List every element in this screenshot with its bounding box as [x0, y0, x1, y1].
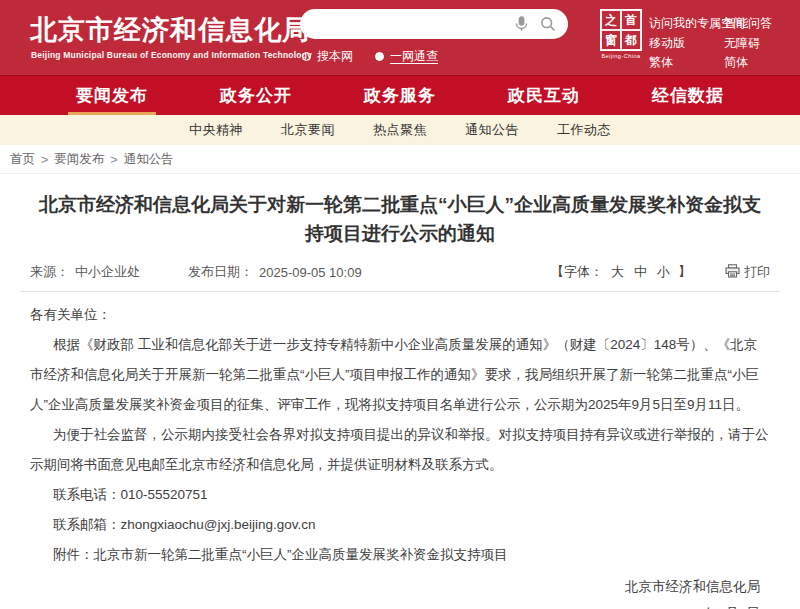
subnav-item-hot-focus[interactable]: 热点聚焦 [373, 121, 427, 139]
subnav-item-work-updates[interactable]: 工作动态 [557, 121, 611, 139]
sub-nav: 中央精神 北京要闻 热点聚焦 通知公告 工作动态 [0, 115, 800, 145]
nav-item-gov-services[interactable]: 政务服务 [358, 76, 442, 115]
main-nav: 要闻发布 政务公开 政务服务 政民互动 经信数据 [0, 75, 800, 115]
salutation: 各有关单位： [30, 300, 770, 330]
font-size-prefix: 【字体： [551, 263, 603, 281]
breadcrumb-separator: > [41, 153, 48, 167]
source-value: 中小企业处 [75, 263, 140, 281]
article: 北京市经济和信息化局关于对新一轮第二批重点“小巨人”企业高质量发展奖补资金拟支持… [0, 190, 800, 609]
signature-block: 北京市经济和信息化局 2025年9月5日 [30, 573, 770, 609]
link-accessibility[interactable]: 无障碍 [724, 34, 772, 54]
font-size-large-button[interactable]: 大 [609, 263, 626, 281]
article-meta-left: 来源： 中小企业处 发布日期： 2025-09-05 10:09 [30, 263, 362, 281]
nav-item-econ-data[interactable]: 经信数据 [646, 76, 730, 115]
radio-unselected-icon [302, 52, 311, 61]
print-button[interactable]: 打印 [725, 263, 770, 281]
contact-email: 联系邮箱：zhongxiaochu@jxj.beijing.gov.cn [30, 510, 770, 540]
search-scope-onenet[interactable]: 一网通查 [375, 48, 438, 65]
logo-caption: Beijing-China [598, 53, 644, 59]
paragraph: 根据《财政部 工业和信息化部关于进一步支持专精特新中小企业高质量发展的通知》（财… [30, 330, 770, 420]
breadcrumb-home[interactable]: 首页 [10, 151, 35, 168]
article-meta: 来源： 中小企业处 发布日期： 2025-09-05 10:09 【字体： 大 … [30, 263, 770, 281]
search-input[interactable] [314, 12, 518, 38]
attachment-link[interactable]: 附件：北京市新一轮第二批重点“小巨人”企业高质量发展奖补资金拟支持项目 [30, 540, 770, 570]
site-header: 北京市经济和信息化局 Beijing Municipal Bureau of E… [0, 0, 800, 75]
radio-selected-icon [375, 52, 384, 61]
paragraph: 为便于社会监督，公示期内接受社会各界对拟支持项目提出的异议和举报。对拟支持项目持… [30, 420, 770, 480]
site-title: 北京市经济和信息化局 [30, 12, 310, 48]
capital-window-logo[interactable]: 之 首 窗 都 Beijing-China [598, 9, 644, 59]
search-submit-icon[interactable] [540, 16, 556, 32]
signature-agency: 北京市经济和信息化局 [30, 573, 760, 600]
article-body: 各有关单位： 根据《财政部 工业和信息化部关于进一步支持专精特新中小企业高质量发… [30, 292, 770, 570]
breadcrumb-notices[interactable]: 通知公告 [124, 151, 174, 168]
link-simplified-chinese[interactable]: 简体 [724, 53, 772, 73]
breadcrumb-separator: > [110, 153, 117, 167]
font-size-suffix: 】 [678, 263, 691, 281]
header-links-column-2: 智能问答 无障碍 简体 [724, 14, 772, 73]
font-size-medium-button[interactable]: 中 [632, 263, 649, 281]
print-label: 打印 [744, 263, 770, 281]
article-title: 北京市经济和信息化局关于对新一轮第二批重点“小巨人”企业高质量发展奖补资金拟支持… [38, 190, 762, 248]
font-size-small-button[interactable]: 小 [655, 263, 672, 281]
search-scope-site[interactable]: 搜本网 [302, 48, 353, 65]
breadcrumb: 首页 > 要闻发布 > 通知公告 [0, 145, 800, 174]
nav-item-gov-disclosure[interactable]: 政务公开 [214, 76, 298, 115]
subnav-item-central-spirit[interactable]: 中央精神 [189, 121, 243, 139]
capital-window-logo-grid: 之 首 窗 都 [600, 9, 642, 51]
publish-date-value: 2025-09-05 10:09 [259, 265, 362, 280]
search-box [300, 9, 568, 39]
source-label: 来源： [30, 263, 69, 281]
contact-phone: 联系电话：010-55520751 [30, 480, 770, 510]
subnav-item-beijing-news[interactable]: 北京要闻 [281, 121, 335, 139]
breadcrumb-news[interactable]: 要闻发布 [54, 151, 104, 168]
printer-icon [725, 264, 740, 281]
article-meta-right: 【字体： 大 中 小 】 打印 [551, 263, 770, 281]
signature-date: 2025年9月5日 [30, 600, 760, 609]
site-subtitle: Beijing Municipal Bureau of Economy and … [31, 50, 312, 60]
link-smart-qa[interactable]: 智能问答 [724, 14, 772, 34]
search-scope-options: 搜本网 一网通查 [302, 48, 438, 65]
nav-item-interaction[interactable]: 政民互动 [502, 76, 586, 115]
subnav-item-notices[interactable]: 通知公告 [465, 121, 519, 139]
nav-item-news[interactable]: 要闻发布 [70, 76, 154, 115]
publish-date-label: 发布日期： [188, 263, 253, 281]
